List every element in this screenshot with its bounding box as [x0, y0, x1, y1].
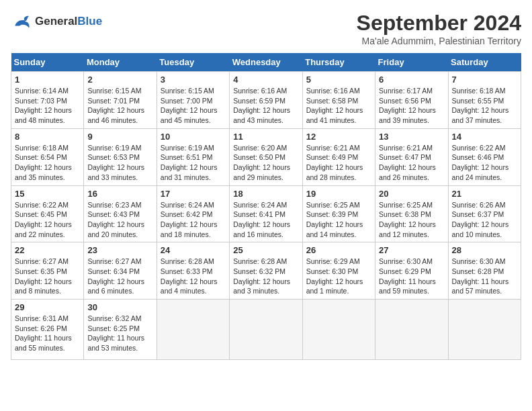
day-number: 20 — [379, 189, 444, 199]
empty-day-cell — [302, 300, 375, 360]
day-number: 18 — [233, 189, 298, 199]
day-cell: 17 Sunrise: 6:24 AM Sunset: 6:42 PM Dayl… — [157, 185, 229, 242]
empty-day-cell — [375, 300, 448, 360]
calendar-week-row: 15 Sunrise: 6:22 AM Sunset: 6:45 PM Dayl… — [11, 185, 521, 242]
day-info: Sunrise: 6:14 AM Sunset: 7:03 PM Dayligh… — [15, 86, 80, 126]
day-info: Sunrise: 6:19 AM Sunset: 6:51 PM Dayligh… — [161, 143, 226, 183]
day-cell: 12 Sunrise: 6:21 AM Sunset: 6:49 PM Dayl… — [302, 128, 375, 185]
day-number: 25 — [233, 245, 298, 255]
day-info: Sunrise: 6:32 AM Sunset: 6:25 PM Dayligh… — [87, 314, 152, 353]
day-info: Sunrise: 6:28 AM Sunset: 6:33 PM Dayligh… — [161, 257, 226, 296]
day-info: Sunrise: 6:23 AM Sunset: 6:43 PM Dayligh… — [87, 200, 152, 240]
day-number: 8 — [15, 132, 80, 142]
empty-day-cell — [157, 300, 229, 360]
day-number: 19 — [306, 189, 371, 199]
day-info: Sunrise: 6:25 AM Sunset: 6:38 PM Dayligh… — [379, 200, 444, 240]
day-number: 23 — [87, 245, 152, 255]
day-info: Sunrise: 6:29 AM Sunset: 6:30 PM Dayligh… — [306, 257, 371, 296]
weekday-header: Tuesday — [157, 53, 229, 72]
empty-day-cell — [448, 300, 521, 360]
day-cell: 3 Sunrise: 6:15 AM Sunset: 7:00 PM Dayli… — [157, 72, 229, 129]
logo-icon — [11, 11, 32, 32]
day-cell: 5 Sunrise: 6:16 AM Sunset: 6:58 PM Dayli… — [302, 72, 375, 129]
day-info: Sunrise: 6:27 AM Sunset: 6:35 PM Dayligh… — [15, 257, 80, 296]
day-cell: 15 Sunrise: 6:22 AM Sunset: 6:45 PM Dayl… — [11, 185, 84, 242]
day-cell: 25 Sunrise: 6:28 AM Sunset: 6:32 PM Dayl… — [230, 242, 302, 300]
day-info: Sunrise: 6:21 AM Sunset: 6:49 PM Dayligh… — [306, 143, 371, 183]
title-block: September 2024 Ma'ale Adummim, Palestini… — [357, 11, 521, 46]
day-cell: 6 Sunrise: 6:17 AM Sunset: 6:56 PM Dayli… — [375, 72, 448, 129]
day-info: Sunrise: 6:15 AM Sunset: 7:01 PM Dayligh… — [87, 86, 152, 126]
day-number: 3 — [161, 75, 226, 85]
day-number: 27 — [379, 245, 444, 255]
day-number: 5 — [306, 75, 371, 85]
day-cell: 18 Sunrise: 6:24 AM Sunset: 6:41 PM Dayl… — [230, 185, 302, 242]
day-cell: 26 Sunrise: 6:29 AM Sunset: 6:30 PM Dayl… — [302, 242, 375, 300]
day-cell: 20 Sunrise: 6:25 AM Sunset: 6:38 PM Dayl… — [375, 185, 448, 242]
day-cell: 29 Sunrise: 6:31 AM Sunset: 6:26 PM Dayl… — [11, 300, 84, 360]
day-cell: 22 Sunrise: 6:27 AM Sunset: 6:35 PM Dayl… — [11, 242, 84, 300]
weekday-header-row: SundayMondayTuesdayWednesdayThursdayFrid… — [11, 53, 521, 72]
day-info: Sunrise: 6:30 AM Sunset: 6:28 PM Dayligh… — [452, 257, 517, 296]
day-number: 29 — [15, 302, 80, 312]
day-number: 1 — [15, 75, 80, 85]
day-number: 21 — [452, 189, 517, 199]
weekday-header: Monday — [84, 53, 157, 72]
day-number: 17 — [161, 189, 226, 199]
day-info: Sunrise: 6:22 AM Sunset: 6:46 PM Dayligh… — [452, 143, 517, 183]
day-number: 4 — [233, 75, 298, 85]
day-number: 24 — [161, 245, 226, 255]
weekday-header: Wednesday — [230, 53, 302, 72]
day-cell: 8 Sunrise: 6:18 AM Sunset: 6:54 PM Dayli… — [11, 128, 84, 185]
day-number: 6 — [379, 75, 444, 85]
day-cell: 16 Sunrise: 6:23 AM Sunset: 6:43 PM Dayl… — [84, 185, 157, 242]
day-cell: 28 Sunrise: 6:30 AM Sunset: 6:28 PM Dayl… — [448, 242, 521, 300]
day-info: Sunrise: 6:21 AM Sunset: 6:47 PM Dayligh… — [379, 143, 444, 183]
day-info: Sunrise: 6:28 AM Sunset: 6:32 PM Dayligh… — [233, 257, 298, 296]
day-cell: 13 Sunrise: 6:21 AM Sunset: 6:47 PM Dayl… — [375, 128, 448, 185]
day-number: 15 — [15, 189, 80, 199]
day-number: 16 — [87, 189, 152, 199]
logo: GeneralBlue — [11, 11, 102, 32]
empty-day-cell — [230, 300, 302, 360]
day-number: 22 — [15, 245, 80, 255]
day-info: Sunrise: 6:19 AM Sunset: 6:53 PM Dayligh… — [87, 143, 152, 183]
day-info: Sunrise: 6:27 AM Sunset: 6:34 PM Dayligh… — [87, 257, 152, 296]
day-info: Sunrise: 6:22 AM Sunset: 6:45 PM Dayligh… — [15, 200, 80, 240]
day-number: 11 — [233, 132, 298, 142]
location-subtitle: Ma'ale Adummim, Palestinian Territory — [357, 36, 521, 46]
day-info: Sunrise: 6:26 AM Sunset: 6:37 PM Dayligh… — [452, 200, 517, 240]
day-info: Sunrise: 6:24 AM Sunset: 6:42 PM Dayligh… — [161, 200, 226, 240]
calendar-week-row: 29 Sunrise: 6:31 AM Sunset: 6:26 PM Dayl… — [11, 300, 521, 360]
logo-text: GeneralBlue — [35, 15, 102, 28]
weekday-header: Sunday — [11, 53, 84, 72]
day-cell: 27 Sunrise: 6:30 AM Sunset: 6:29 PM Dayl… — [375, 242, 448, 300]
day-cell: 4 Sunrise: 6:16 AM Sunset: 6:59 PM Dayli… — [230, 72, 302, 129]
day-number: 26 — [306, 245, 371, 255]
day-info: Sunrise: 6:16 AM Sunset: 6:59 PM Dayligh… — [233, 86, 298, 126]
day-number: 2 — [87, 75, 152, 85]
day-info: Sunrise: 6:20 AM Sunset: 6:50 PM Dayligh… — [233, 143, 298, 183]
day-info: Sunrise: 6:24 AM Sunset: 6:41 PM Dayligh… — [233, 200, 298, 240]
page-header: GeneralBlue September 2024 Ma'ale Adummi… — [11, 11, 521, 46]
day-number: 30 — [87, 302, 152, 312]
day-cell: 9 Sunrise: 6:19 AM Sunset: 6:53 PM Dayli… — [84, 128, 157, 185]
day-number: 14 — [452, 132, 517, 142]
day-cell: 1 Sunrise: 6:14 AM Sunset: 7:03 PM Dayli… — [11, 72, 84, 129]
day-info: Sunrise: 6:30 AM Sunset: 6:29 PM Dayligh… — [379, 257, 444, 296]
day-info: Sunrise: 6:18 AM Sunset: 6:55 PM Dayligh… — [452, 86, 517, 126]
day-info: Sunrise: 6:17 AM Sunset: 6:56 PM Dayligh… — [379, 86, 444, 126]
day-cell: 24 Sunrise: 6:28 AM Sunset: 6:33 PM Dayl… — [157, 242, 229, 300]
calendar-week-row: 1 Sunrise: 6:14 AM Sunset: 7:03 PM Dayli… — [11, 72, 521, 129]
day-info: Sunrise: 6:18 AM Sunset: 6:54 PM Dayligh… — [15, 143, 80, 183]
day-cell: 19 Sunrise: 6:25 AM Sunset: 6:39 PM Dayl… — [302, 185, 375, 242]
day-info: Sunrise: 6:15 AM Sunset: 7:00 PM Dayligh… — [161, 86, 226, 126]
calendar-table: SundayMondayTuesdayWednesdayThursdayFrid… — [11, 53, 521, 360]
day-cell: 21 Sunrise: 6:26 AM Sunset: 6:37 PM Dayl… — [448, 185, 521, 242]
day-info: Sunrise: 6:16 AM Sunset: 6:58 PM Dayligh… — [306, 86, 371, 126]
day-cell: 7 Sunrise: 6:18 AM Sunset: 6:55 PM Dayli… — [448, 72, 521, 129]
day-cell: 11 Sunrise: 6:20 AM Sunset: 6:50 PM Dayl… — [230, 128, 302, 185]
day-number: 13 — [379, 132, 444, 142]
calendar-week-row: 22 Sunrise: 6:27 AM Sunset: 6:35 PM Dayl… — [11, 242, 521, 300]
day-number: 28 — [452, 245, 517, 255]
